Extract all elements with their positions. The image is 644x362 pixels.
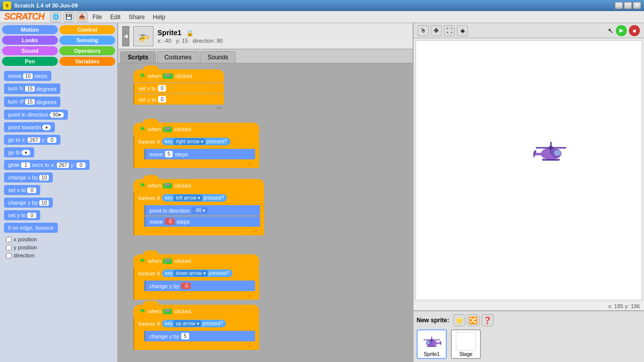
block-glide[interactable]: glide 1 secs to x: 267 y: 0 xyxy=(4,160,113,170)
script-tabs: Scripts Costumes Sounds xyxy=(118,49,413,63)
menu-file[interactable]: File xyxy=(89,13,106,22)
cursor-icon: ↖ xyxy=(608,27,614,35)
checkbox-direction[interactable]: direction xyxy=(4,251,113,259)
category-pen[interactable]: Pen xyxy=(2,57,58,66)
block-go-to[interactable]: go to ▾ xyxy=(4,147,113,157)
checkbox-y-position[interactable]: y position xyxy=(4,243,113,251)
forever-block-2[interactable]: forever if key right arrow ▾ pressed? mo… xyxy=(133,136,259,168)
menu-edit[interactable]: Edit xyxy=(106,13,125,22)
category-control[interactable]: Control xyxy=(59,25,115,34)
scratch-logo: SCRATCH xyxy=(4,12,44,22)
hat-block-2[interactable]: ⚑ when 🏁 clicked xyxy=(133,123,259,136)
tab-scripts[interactable]: Scripts xyxy=(120,51,156,63)
category-operators[interactable]: Operators xyxy=(59,46,115,55)
menu-bar: SCRATCH 🌐 💾 📤 File Edit Share Help xyxy=(0,11,644,23)
block-bounce[interactable]: if on edge, bounce xyxy=(4,223,113,233)
block-point-towards[interactable]: point towards ▾ xyxy=(4,122,113,132)
block-set-y[interactable]: set y to 0 xyxy=(4,210,113,220)
sprite-thumbnail: 🚁 xyxy=(133,26,153,46)
checkbox-x-position[interactable]: x position xyxy=(4,235,113,243)
block-change-x[interactable]: change x by 10 xyxy=(4,172,113,183)
stage-area xyxy=(416,40,642,300)
green-flag-icon-1: ⚑ xyxy=(139,72,146,80)
green-flag-icon-4: ⚑ xyxy=(139,257,146,265)
svg-line-20 xyxy=(427,346,428,346)
app-icon: S xyxy=(3,2,11,10)
green-flag-icon-2: ⚑ xyxy=(139,125,146,133)
change-y-block-4[interactable]: change y by -5 xyxy=(144,281,255,291)
add-sprite-paint-button[interactable]: ⭐ xyxy=(453,314,465,326)
forever-cap-2: ↩ xyxy=(134,160,255,168)
tab-sounds[interactable]: Sounds xyxy=(200,51,236,63)
block-change-y[interactable]: change y by 10 xyxy=(4,198,113,208)
export-button[interactable]: 📤 xyxy=(76,12,88,22)
stop-button[interactable]: ■ xyxy=(629,25,640,36)
script-group-4: ⚑ when 🏁 clicked forever if key down arr… xyxy=(133,254,259,300)
block-point-direction[interactable]: point in direction 90▾ xyxy=(4,110,113,120)
new-sprite-bar: New sprite: ⭐ 🔀 ❓ xyxy=(417,314,641,326)
block-go-to-xy[interactable]: go to x: 267 y: 0 xyxy=(4,135,113,145)
add-sprite-random-button[interactable]: ❓ xyxy=(481,314,494,326)
maximize-button[interactable]: □ xyxy=(624,2,632,9)
category-motion[interactable]: Motion xyxy=(2,25,58,34)
category-grid: Motion Control Looks Sensing Sound Opera… xyxy=(2,25,115,66)
sprite-thumb-img-sprite1 xyxy=(422,332,442,350)
forever-block-3[interactable]: forever if key left arrow ▾ pressed? poi… xyxy=(133,192,264,235)
set-x-block-1[interactable]: set x to 0 xyxy=(133,83,224,94)
move-block-2[interactable]: move 5 steps xyxy=(144,149,255,159)
sprite-coords: x: -40 y: 15 direction: 90 xyxy=(157,38,223,44)
minimize-button[interactable]: — xyxy=(615,2,623,9)
close-button[interactable]: ✕ xyxy=(633,2,641,9)
svg-point-5 xyxy=(549,146,553,150)
tool-cursor[interactable]: 🖰 xyxy=(418,25,429,36)
sprite-info: Sprite1 🔒 x: -40 y: 15 direction: 90 xyxy=(157,29,223,44)
sprite-lock-icon: 🔒 xyxy=(186,30,194,37)
blocks-list: move 10 steps turn ↻ 15 degrees turn ↺ 1… xyxy=(2,69,115,360)
hat-block-1[interactable]: ⚑ when 🏁 clicked xyxy=(133,69,224,82)
category-sensing[interactable]: Sensing xyxy=(59,36,115,45)
globe-button[interactable]: 🌐 xyxy=(50,12,61,22)
sprite-library: New sprite: ⭐ 🔀 ❓ xyxy=(414,310,644,362)
category-variables[interactable]: Variables xyxy=(59,57,115,66)
hat-block-4[interactable]: ⚑ when 🏁 clicked xyxy=(133,254,259,267)
block-set-x[interactable]: set x to 0 xyxy=(4,185,113,195)
tool-fullscreen[interactable]: ⛶ xyxy=(444,25,455,36)
hat-block-3[interactable]: ⚑ when 🏁 clicked xyxy=(133,179,264,192)
right-panel: 🖰 ✥ ⛶ ◈ ↖ ▶ ■ xyxy=(413,23,644,362)
green-flag-button[interactable]: ▶ xyxy=(616,25,627,36)
add-sprite-file-button[interactable]: 🔀 xyxy=(467,314,479,326)
tool-move[interactable]: ✥ xyxy=(431,25,442,36)
menu-help[interactable]: Help xyxy=(149,13,170,22)
save-button[interactable]: 💾 xyxy=(63,12,74,22)
sprite-header: ◀ 🚁 Sprite1 🔒 x: -40 y: 15 direction: 90 xyxy=(118,23,413,49)
set-y-block-1[interactable]: set y to 0 xyxy=(133,94,224,105)
tool-zoom[interactable]: ◈ xyxy=(457,25,468,36)
sprite-thumb-stage[interactable]: Stage xyxy=(451,329,481,359)
forever-block-5[interactable]: forever if key up arrow ▾ pressed? chang… xyxy=(133,318,259,350)
scripts-area: ⚑ when 🏁 clicked set x to 0 set y to 0 xyxy=(118,63,413,362)
block-turn-cw[interactable]: turn ↻ 15 degrees xyxy=(4,83,113,94)
script-group-1: ⚑ when 🏁 clicked set x to 0 set y to 0 xyxy=(133,69,224,112)
key-sensing-2[interactable]: key right arrow ▾ pressed? xyxy=(162,138,230,145)
key-sensing-5[interactable]: key up arrow ▾ pressed? xyxy=(162,320,226,327)
block-turn-ccw[interactable]: turn ↺ 15 degrees xyxy=(4,97,113,107)
window-controls: — □ ✕ xyxy=(615,2,641,9)
block-move-steps[interactable]: move 10 steps xyxy=(4,71,113,81)
forever-block-4[interactable]: forever if key down arrow ▾ pressed? cha… xyxy=(133,267,259,300)
category-looks[interactable]: Looks xyxy=(2,36,58,45)
sprite-label-sprite1: Sprite1 xyxy=(419,351,445,357)
point-direction-block-3[interactable]: point in direction -90 ▾ xyxy=(144,205,260,216)
category-sound[interactable]: Sound xyxy=(2,46,58,55)
key-sensing-3[interactable]: key left arrow ▾ pressed? xyxy=(162,194,227,202)
change-y-block-5[interactable]: change y by 5 xyxy=(144,331,255,341)
script-arrow-1: ↩ xyxy=(133,105,224,112)
tab-costumes[interactable]: Costumes xyxy=(157,51,199,63)
sprite-thumb-sprite1[interactable]: Sprite1 xyxy=(417,329,447,359)
move-block-3[interactable]: move -5 steps xyxy=(144,216,260,227)
svg-point-16 xyxy=(431,339,433,341)
panel-collapse-button[interactable]: ◀ xyxy=(122,26,129,46)
sprite-thumb-img-stage xyxy=(456,332,476,350)
key-sensing-4[interactable]: key down arrow ▾ pressed? xyxy=(162,269,232,277)
hat-block-5[interactable]: ⚑ when 🏁 clicked xyxy=(133,305,259,318)
menu-share[interactable]: Share xyxy=(125,13,149,22)
